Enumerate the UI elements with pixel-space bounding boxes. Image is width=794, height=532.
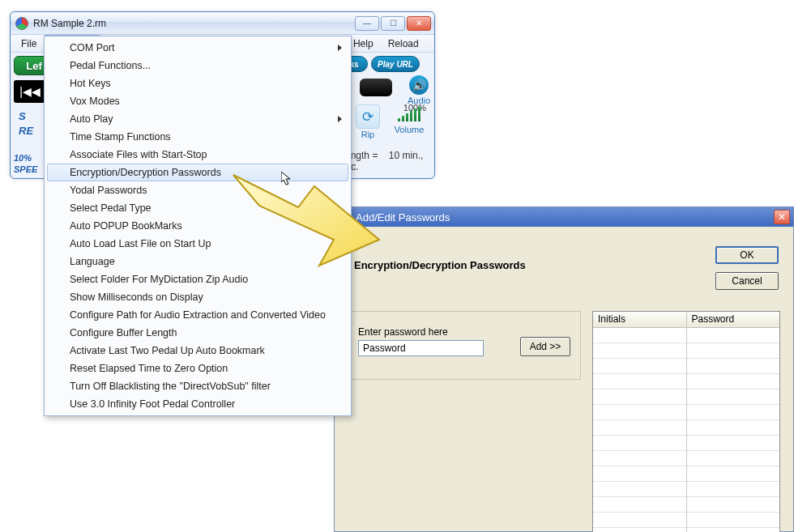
column-header-password[interactable]: Password bbox=[687, 312, 780, 328]
table-cell[interactable] bbox=[593, 405, 686, 420]
window-title: RM Sample 2.rm bbox=[33, 18, 106, 29]
rip-label: Rip bbox=[361, 130, 375, 139]
rip-button[interactable]: ⟳ Rip bbox=[352, 104, 384, 139]
maximize-button[interactable]: ☐ bbox=[381, 16, 405, 31]
app-icon bbox=[15, 17, 28, 30]
password-input[interactable] bbox=[358, 340, 484, 356]
status-line-1: S bbox=[19, 109, 33, 124]
table-cell[interactable] bbox=[687, 359, 780, 374]
menu-item-auto-popup-bookmarks[interactable]: Auto POPUP BookMarks bbox=[47, 217, 348, 235]
dialog-close-button[interactable]: ✕ bbox=[774, 210, 790, 224]
menu-reload[interactable]: Reload bbox=[381, 35, 426, 52]
menu-item-hot-keys[interactable]: Hot Keys bbox=[47, 74, 348, 92]
configure-menu-dropdown: COM PortPedal Functions...Hot KeysVox Mo… bbox=[44, 36, 352, 416]
menu-item-auto-load-last-file-on-start-up[interactable]: Auto Load Last File on Start Up bbox=[47, 235, 348, 253]
table-cell[interactable] bbox=[687, 497, 780, 513]
menu-item-language[interactable]: Language bbox=[47, 253, 348, 270]
close-button[interactable]: ✕ bbox=[407, 16, 431, 31]
status-text: S RE bbox=[19, 109, 33, 138]
passwords-table[interactable]: InitialsPassword bbox=[592, 311, 780, 532]
table-cell[interactable] bbox=[593, 343, 686, 359]
table-cell[interactable] bbox=[687, 451, 780, 466]
password-entry-group: Enter password here Add >> bbox=[346, 311, 581, 380]
table-cell[interactable] bbox=[593, 497, 686, 513]
table-cell[interactable] bbox=[687, 466, 780, 482]
table-cell[interactable] bbox=[687, 420, 780, 436]
submenu-caret-icon bbox=[338, 45, 342, 51]
table-cell[interactable] bbox=[593, 374, 686, 389]
volume-label: Volume bbox=[395, 125, 425, 134]
column-header-initials[interactable]: Initials bbox=[593, 312, 686, 328]
minimize-button[interactable]: — bbox=[355, 16, 379, 31]
speed-indicator: 10% SPEE bbox=[14, 153, 37, 176]
titlebar[interactable]: RM Sample 2.rm — ☐ ✕ bbox=[11, 12, 434, 35]
menu-item-auto-play[interactable]: Auto Play bbox=[47, 110, 348, 128]
table-cell[interactable] bbox=[593, 482, 686, 497]
pedal-icon-b bbox=[360, 79, 392, 96]
menu-item-select-folder-for-mydictation-zip-audio[interactable]: Select Folder For MyDictation Zip Audio bbox=[47, 270, 348, 288]
dialog-titlebar[interactable]: Add/Edit Passwords ✕ bbox=[335, 207, 793, 227]
volume-control[interactable]: Volume bbox=[391, 104, 428, 134]
table-cell[interactable] bbox=[593, 513, 686, 528]
table-cell[interactable] bbox=[687, 482, 780, 497]
table-cell[interactable] bbox=[593, 420, 686, 436]
table-cell[interactable] bbox=[687, 405, 780, 420]
table-cell[interactable] bbox=[593, 451, 686, 466]
menu-item-encryption-decryption-passwords[interactable]: Encryption/Decryption Passwords bbox=[47, 164, 348, 181]
add-edit-passwords-dialog: Add/Edit Passwords ✕ Encryption/Decrypti… bbox=[334, 206, 794, 532]
table-cell[interactable] bbox=[593, 466, 686, 482]
menu-item-show-milliseconds-on-display[interactable]: Show Milliseconds on Display bbox=[47, 288, 348, 306]
dialog-body: Encryption/Decryption Passwords OK Cance… bbox=[335, 227, 793, 531]
table-cell[interactable] bbox=[687, 436, 780, 451]
menu-item-yodal-passwords[interactable]: Yodal Passwords bbox=[47, 181, 348, 199]
speed-label: SPEE bbox=[14, 164, 37, 176]
window-controls: — ☐ ✕ bbox=[355, 16, 431, 31]
table-cell[interactable] bbox=[593, 436, 686, 451]
cancel-button[interactable]: Cancel bbox=[715, 272, 779, 290]
menu-item-configure-buffer-length[interactable]: Configure Buffer Length bbox=[47, 324, 348, 342]
password-entry-label: Enter password here bbox=[358, 326, 569, 338]
table-cell[interactable] bbox=[687, 374, 780, 389]
dialog-title: Add/Edit Passwords bbox=[356, 211, 450, 223]
menu-item-pedal-functions[interactable]: Pedal Functions... bbox=[47, 57, 348, 74]
rewind-button[interactable]: |◀◀ bbox=[14, 80, 46, 103]
table-cell[interactable] bbox=[687, 328, 780, 343]
menu-item-use-3-0-infinity-foot-pedal-controller[interactable]: Use 3.0 Infinity Foot Pedal Controller bbox=[47, 395, 348, 413]
menu-item-select-pedal-type[interactable]: Select Pedal Type bbox=[47, 199, 348, 217]
menu-item-turn-off-blacklisting-the-directvobsub-filter[interactable]: Turn Off Blacklisting the "DirectVobSub"… bbox=[47, 377, 348, 395]
play-url-button[interactable]: Play URL bbox=[371, 56, 420, 72]
menu-item-activate-last-two-pedal-up-auto-bookmark[interactable]: Activate Last Two Pedal Up Auto Bookmark bbox=[47, 342, 348, 360]
rip-icon: ⟳ bbox=[362, 109, 374, 126]
status-line-2: RE bbox=[19, 124, 33, 138]
menu-item-reset-elapsed-time-to-zero-option[interactable]: Reset Elapsed Time to Zero Option bbox=[47, 360, 348, 377]
volume-bars-icon bbox=[398, 107, 420, 121]
submenu-caret-icon bbox=[338, 116, 342, 122]
menu-item-associate-files-with-start-stop[interactable]: Associate Files with Start-Stop bbox=[47, 146, 348, 164]
table-cell[interactable] bbox=[593, 328, 686, 343]
table-cell[interactable] bbox=[687, 389, 780, 405]
menu-file[interactable]: File bbox=[14, 35, 44, 52]
add-button[interactable]: Add >> bbox=[520, 337, 570, 356]
audio-button[interactable]: 🔊 Audio bbox=[407, 75, 431, 105]
dialog-heading: Encryption/Decryption Passwords bbox=[354, 259, 526, 271]
table-cell[interactable] bbox=[687, 513, 780, 528]
table-cell[interactable] bbox=[593, 389, 686, 405]
menu-item-time-stamp-functions[interactable]: Time Stamp Functions bbox=[47, 128, 348, 146]
menu-item-com-port[interactable]: COM Port bbox=[47, 39, 348, 57]
rewind-icon: |◀◀ bbox=[19, 85, 41, 98]
table-column-password: Password bbox=[687, 312, 780, 532]
menu-item-vox-modes[interactable]: Vox Modes bbox=[47, 92, 348, 110]
table-column-initials: Initials bbox=[593, 312, 687, 532]
table-cell[interactable] bbox=[593, 359, 686, 374]
ok-button[interactable]: OK bbox=[715, 246, 779, 264]
speaker-icon: 🔊 bbox=[412, 79, 426, 92]
menu-item-configure-path-for-audio-extraction-and-converted-video[interactable]: Configure Path for Audio Extraction and … bbox=[47, 306, 348, 324]
speed-percent: 10% bbox=[14, 153, 37, 164]
dialog-action-buttons: OK Cancel bbox=[715, 246, 779, 290]
table-cell[interactable] bbox=[687, 343, 780, 359]
